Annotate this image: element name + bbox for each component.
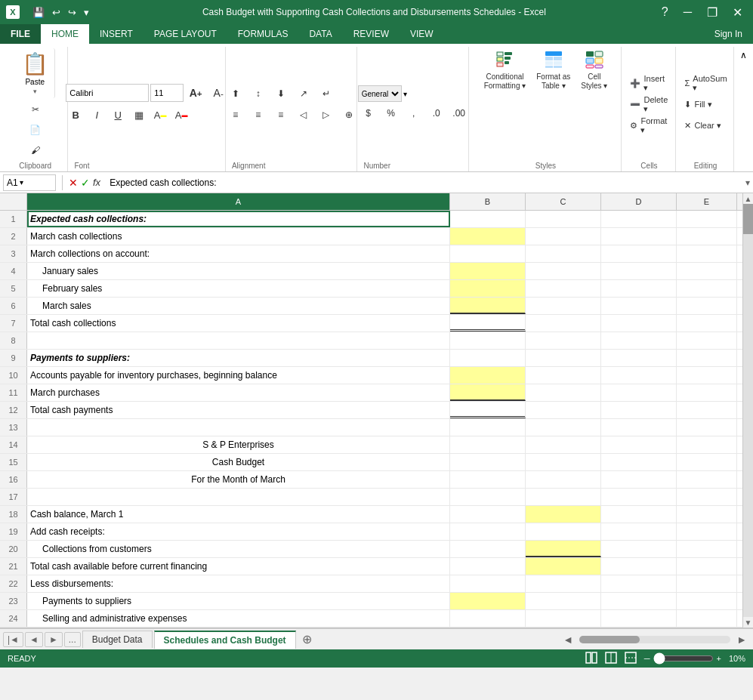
cell-C12[interactable] — [526, 402, 601, 418]
cell-C22[interactable] — [526, 575, 601, 592]
view-page-break-btn[interactable] — [625, 652, 637, 665]
scroll-up-btn[interactable]: ▲ — [743, 193, 753, 204]
cell-B18[interactable] — [450, 506, 526, 523]
font-name-input[interactable] — [66, 84, 149, 102]
cell-D11[interactable] — [601, 384, 677, 401]
cell-A4[interactable]: January sales — [27, 263, 450, 279]
cell-C15[interactable] — [526, 454, 601, 470]
cell-A9[interactable]: Payments to suppliers: — [27, 350, 450, 366]
cell-B21[interactable] — [450, 558, 526, 575]
zoom-level[interactable]: 10% — [729, 654, 745, 663]
tab-page-layout[interactable]: PAGE LAYOUT — [144, 24, 227, 44]
view-page-layout-btn[interactable] — [605, 652, 617, 665]
cell-A14[interactable]: S & P Enterprises — [27, 436, 450, 453]
col-header-B[interactable]: B — [450, 193, 526, 210]
merge-center-btn[interactable]: ⊕ — [338, 105, 360, 125]
percent-btn[interactable]: % — [381, 103, 402, 123]
cell-D20[interactable] — [601, 541, 677, 557]
orientation-btn[interactable]: ↗ — [293, 84, 314, 103]
cell-B20[interactable] — [450, 541, 526, 557]
cell-B5[interactable] — [450, 280, 526, 297]
add-sheet-btn[interactable]: ⊕ — [298, 632, 316, 646]
format-painter-button[interactable]: 🖌 — [25, 140, 46, 160]
minimize-btn[interactable]: ─ — [679, 5, 696, 20]
scroll-thumb[interactable] — [743, 204, 753, 234]
cell-A16[interactable]: For the Month of March — [27, 471, 450, 488]
cell-C9[interactable] — [526, 350, 601, 366]
cut-button[interactable]: ✂ — [25, 100, 46, 119]
cell-E14[interactable] — [677, 436, 737, 453]
cell-A13[interactable] — [27, 419, 450, 436]
cell-E9[interactable] — [677, 350, 737, 366]
cell-C1[interactable] — [526, 211, 601, 227]
increase-decimal-btn[interactable]: .00 — [449, 103, 470, 123]
h-scroll-thumb[interactable] — [579, 636, 640, 643]
cell-A12[interactable]: Total cash payments — [27, 402, 450, 418]
qa-dropdown-btn[interactable]: ▾ — [82, 5, 91, 20]
cell-A22[interactable]: Less disbursements: — [27, 575, 450, 592]
underline-button[interactable]: U — [108, 106, 128, 124]
formula-expand-btn[interactable]: ▾ — [745, 177, 750, 188]
decrease-decimal-btn[interactable]: .0 — [426, 103, 447, 123]
cell-B13[interactable] — [450, 419, 526, 436]
cell-A11[interactable]: March purchases — [27, 384, 450, 401]
tab-file[interactable]: FILE — [0, 24, 41, 44]
vertical-scrollbar[interactable]: ▲ ▼ — [742, 193, 753, 628]
cell-C5[interactable] — [526, 280, 601, 297]
cell-B1[interactable] — [450, 211, 526, 227]
cell-A6[interactable]: March sales — [27, 298, 450, 314]
top-align-btn[interactable]: ⬆ — [225, 84, 246, 103]
col-header-E[interactable]: E — [677, 193, 737, 210]
cell-D19[interactable] — [601, 523, 677, 540]
confirm-formula-icon[interactable]: ✓ — [81, 177, 90, 189]
cell-A10[interactable]: Accounts payable for inventory purchases… — [27, 367, 450, 384]
insert-cells-btn[interactable]: ➕ Insert ▾ — [626, 73, 671, 93]
cell-C8[interactable] — [526, 332, 601, 349]
fill-btn[interactable]: ⬇ Fill ▾ — [680, 94, 730, 114]
tab-nav-more[interactable]: ... — [64, 632, 81, 647]
cell-B6[interactable] — [450, 298, 526, 314]
cell-E8[interactable] — [677, 332, 737, 349]
cell-C6[interactable] — [526, 298, 601, 314]
font-color-btn[interactable]: A▬ — [171, 106, 191, 124]
border-button[interactable]: ▦ — [129, 106, 149, 124]
cell-D16[interactable] — [601, 471, 677, 488]
cell-A15[interactable]: Cash Budget — [27, 454, 450, 470]
zoom-in-btn[interactable]: + — [717, 654, 721, 663]
cell-B2[interactable] — [450, 228, 526, 245]
clear-btn[interactable]: ✕ Clear ▾ — [680, 116, 730, 135]
col-header-D[interactable]: D — [601, 193, 677, 210]
cell-E13[interactable] — [677, 419, 737, 436]
cell-B3[interactable] — [450, 245, 526, 262]
cell-D21[interactable] — [601, 558, 677, 575]
bold-button[interactable]: B — [66, 106, 85, 124]
font-increase-btn[interactable]: A+ — [185, 83, 206, 103]
cell-A20[interactable]: Collections from customers — [27, 541, 450, 557]
cell-E24[interactable] — [677, 610, 737, 627]
cell-C21[interactable] — [526, 558, 601, 575]
cell-E17[interactable] — [677, 489, 737, 505]
paste-button[interactable]: 📋 Paste ▾ — [16, 48, 55, 98]
cell-D1[interactable] — [601, 211, 677, 227]
cell-E18[interactable] — [677, 506, 737, 523]
cell-B23[interactable] — [450, 593, 526, 609]
cell-reference-box[interactable]: A1 ▾ — [3, 174, 56, 191]
cell-D9[interactable] — [601, 350, 677, 366]
redo-quick-btn[interactable]: ↪ — [66, 5, 79, 20]
cell-C13[interactable] — [526, 419, 601, 436]
zoom-out-btn[interactable]: ─ — [644, 654, 650, 663]
cell-A17[interactable] — [27, 489, 450, 505]
cell-D10[interactable] — [601, 367, 677, 384]
cell-E5[interactable] — [677, 280, 737, 297]
h-scroll-left-btn[interactable]: ◄ — [560, 634, 576, 646]
cell-A1[interactable]: Expected cash collections: — [27, 211, 450, 227]
cell-D4[interactable] — [601, 263, 677, 279]
cell-B4[interactable] — [450, 263, 526, 279]
cell-E11[interactable] — [677, 384, 737, 401]
tab-nav-next[interactable]: ► — [45, 632, 63, 647]
cell-E7[interactable] — [677, 315, 737, 331]
delete-cells-btn[interactable]: ➖ Delete ▾ — [626, 94, 671, 114]
cell-D5[interactable] — [601, 280, 677, 297]
cell-A19[interactable]: Add cash receipts: — [27, 523, 450, 540]
h-scroll-right-btn[interactable]: ► — [733, 634, 750, 646]
